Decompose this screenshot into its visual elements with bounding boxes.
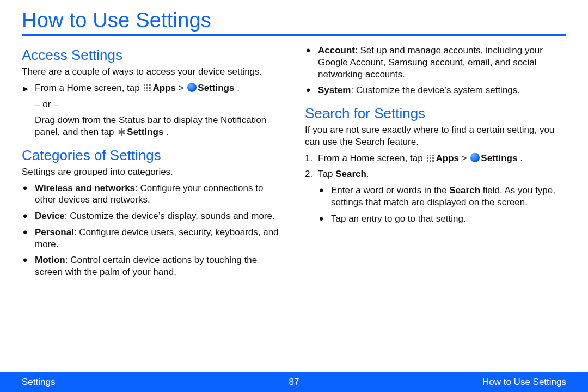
apps-label: Apps: [436, 153, 459, 163]
bullet-icon: •: [23, 210, 27, 223]
triangle-icon: ▶: [23, 84, 28, 94]
category-desc: : Customize the device’s display, sounds…: [65, 211, 275, 221]
access-step-home: ▶ From a Home screen, tap Apps > Setting…: [22, 82, 283, 94]
text: Enter a word or words in the: [331, 185, 449, 195]
search-label: Search: [335, 169, 366, 179]
apps-label: Apps: [152, 83, 176, 93]
left-column: Access Settings There are a couple of wa…: [22, 44, 283, 283]
category-item: • Account: Set up and manage accounts, i…: [305, 45, 566, 80]
heading-categories: Categories of Settings: [22, 147, 283, 164]
category-desc: : Control certain device actions by touc…: [35, 255, 257, 277]
search-step-1: 1. From a Home screen, tap Apps > Settin…: [305, 152, 566, 164]
access-step-drag: Drag down from the Status bar to display…: [22, 114, 283, 138]
category-name: Motion: [35, 255, 65, 265]
heading-search-settings: Search for Settings: [305, 105, 566, 122]
step-number: 2.: [305, 168, 313, 180]
footer-page-number: 87: [289, 377, 299, 388]
footer-right: How to Use Settings: [482, 377, 566, 388]
category-name: System: [318, 85, 351, 95]
settings-badge-icon: [470, 153, 480, 162]
bullet-icon: •: [306, 84, 310, 97]
search-step-2: 2. Tap Search.: [305, 168, 566, 180]
access-intro: There are a couple of ways to access you…: [22, 66, 283, 78]
category-name: Personal: [35, 227, 74, 237]
bullet-icon: •: [319, 212, 323, 225]
gt: >: [176, 83, 186, 93]
page-footer: Settings 87 How to Use Settings: [0, 372, 588, 392]
settings-label: Settings: [198, 83, 234, 93]
search-substep: • Enter a word or words in the Search fi…: [305, 185, 566, 209]
settings-label: Settings: [127, 127, 163, 137]
text: Tap an entry to go to that setting.: [331, 213, 466, 224]
or-divider: – or –: [22, 99, 283, 111]
text: Tap: [318, 169, 335, 179]
right-column: • Account: Set up and manage accounts, i…: [305, 44, 566, 283]
text: From a Home screen, tap: [318, 153, 425, 163]
footer-left: Settings: [22, 377, 55, 388]
category-name: Wireless and networks: [35, 183, 135, 193]
bullet-icon: •: [23, 226, 27, 239]
text: From a Home screen, tap: [35, 83, 142, 93]
category-item: • Wireless and networks: Configure your …: [22, 182, 283, 206]
category-item: • Personal: Configure device users, secu…: [22, 226, 283, 250]
title-rule: [22, 34, 566, 36]
category-desc: : Customize the device’s system settings…: [351, 85, 520, 95]
category-name: Account: [318, 45, 355, 56]
category-name: Device: [35, 211, 65, 221]
categories-intro: Settings are grouped into categories.: [22, 166, 283, 178]
bullet-icon: •: [23, 254, 27, 267]
step-number: 1.: [305, 152, 313, 164]
category-item: • Device: Customize the device’s display…: [22, 210, 283, 222]
settings-label: Settings: [481, 153, 517, 163]
bullet-icon: •: [319, 184, 323, 197]
apps-grid-icon: [426, 154, 434, 162]
gt: >: [459, 153, 469, 163]
heading-access-settings: Access Settings: [22, 47, 283, 64]
gear-icon: [118, 128, 126, 136]
category-item: • System: Customize the device’s system …: [305, 84, 566, 96]
apps-grid-icon: [143, 84, 151, 92]
period: .: [234, 83, 239, 93]
bullet-icon: •: [23, 182, 27, 195]
settings-badge-icon: [187, 83, 197, 92]
period: .: [163, 127, 168, 137]
period: .: [517, 153, 522, 163]
search-intro: If you are not sure exactly where to fin…: [305, 124, 566, 148]
search-label: Search: [449, 185, 480, 195]
search-substep: • Tap an entry to go to that setting.: [305, 213, 566, 225]
category-item: • Motion: Control certain device actions…: [22, 254, 283, 278]
bullet-icon: •: [306, 44, 310, 57]
page-title: How to Use Settings: [22, 9, 566, 32]
